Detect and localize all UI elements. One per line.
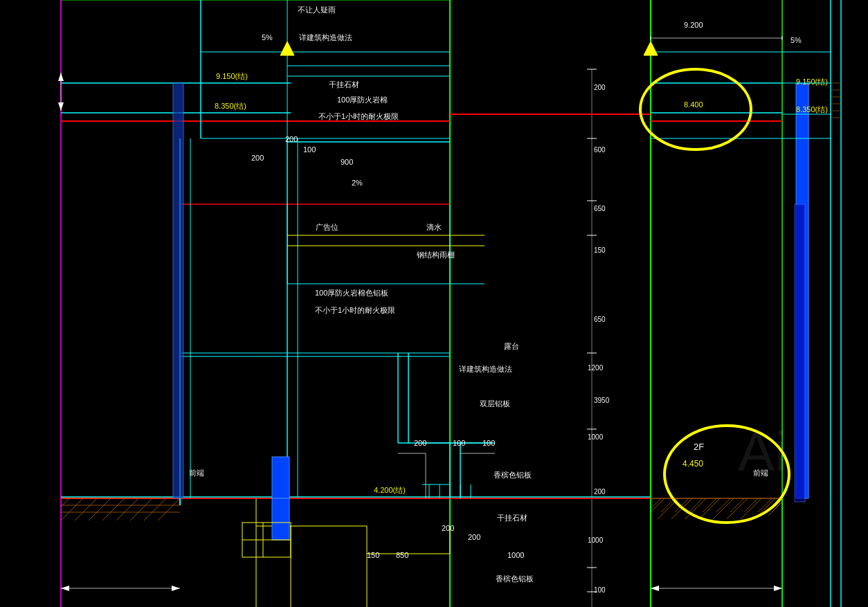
svg-text:100厚防火岩棉色铝板: 100厚防火岩棉色铝板 [315, 289, 388, 297]
svg-line-191 [730, 498, 744, 512]
svg-line-63 [699, 498, 720, 519]
svg-line-190 [716, 498, 730, 512]
svg-line-64 [713, 498, 734, 519]
svg-text:200: 200 [468, 533, 480, 541]
svg-line-55 [130, 498, 152, 520]
svg-text:900: 900 [341, 158, 353, 166]
svg-line-192 [744, 498, 758, 512]
svg-rect-75 [272, 457, 289, 498]
svg-text:5%: 5% [262, 33, 273, 42]
svg-text:200: 200 [594, 488, 606, 496]
svg-text:200: 200 [414, 439, 426, 447]
svg-text:100: 100 [453, 439, 465, 447]
svg-line-53 [102, 498, 125, 520]
svg-text:200: 200 [594, 84, 606, 91]
cad-drawing: 不让人疑雨 5% 详建筑构造做法 9.150(结) 8.350(结) 干挂石材 … [0, 0, 868, 607]
svg-text:200: 200 [251, 154, 264, 162]
svg-line-51 [75, 498, 97, 520]
svg-text:2F: 2F [694, 442, 704, 452]
svg-line-59 [651, 498, 664, 512]
svg-text:2%: 2% [352, 179, 363, 187]
svg-text:干挂石材: 干挂石材 [497, 514, 527, 522]
svg-text:200: 200 [442, 524, 454, 532]
svg-text:滴水: 滴水 [426, 223, 442, 231]
svg-text:100厚防火岩棉: 100厚防火岩棉 [337, 96, 388, 104]
svg-text:8.350(结): 8.350(结) [796, 105, 828, 114]
svg-text:1200: 1200 [588, 364, 604, 372]
svg-text:100: 100 [482, 439, 495, 447]
svg-text:3950: 3950 [594, 397, 610, 404]
svg-line-188 [689, 498, 703, 512]
svg-line-52 [89, 498, 111, 520]
svg-text:9.200: 9.200 [684, 21, 703, 29]
svg-text:150: 150 [594, 246, 606, 254]
svg-marker-44 [644, 42, 658, 55]
svg-marker-98 [774, 586, 782, 591]
svg-text:露台: 露台 [504, 342, 519, 350]
svg-line-186 [661, 498, 675, 512]
svg-text:100: 100 [594, 586, 606, 594]
svg-text:8.400: 8.400 [684, 100, 703, 109]
svg-text:1000: 1000 [507, 551, 524, 559]
svg-text:8.350(结): 8.350(结) [215, 102, 246, 110]
svg-text:9.150(结): 9.150(结) [796, 78, 828, 86]
svg-text:5%: 5% [790, 36, 802, 44]
svg-point-107 [640, 69, 751, 150]
svg-text:100: 100 [303, 145, 316, 154]
svg-text:9.150(结): 9.150(结) [216, 72, 248, 80]
svg-line-54 [116, 498, 138, 520]
svg-marker-176 [58, 73, 64, 81]
svg-rect-78 [173, 83, 183, 498]
svg-marker-45 [280, 42, 294, 55]
svg-text:双层铝板: 双层铝板 [480, 399, 510, 408]
cad-svg: 不让人疑雨 5% 详建筑构造做法 9.150(结) 8.350(结) 干挂石材 … [0, 0, 868, 607]
svg-line-189 [703, 498, 716, 512]
svg-rect-76 [272, 498, 289, 540]
svg-text:850: 850 [396, 551, 408, 559]
svg-text:不小于1小时的耐火极限: 不小于1小时的耐火极限 [315, 306, 395, 314]
svg-text:1000: 1000 [588, 536, 604, 544]
svg-marker-94 [61, 586, 69, 591]
svg-text:150: 150 [367, 551, 379, 559]
svg-text:4.450: 4.450 [682, 459, 703, 469]
svg-text:不让人疑雨: 不让人疑雨 [298, 6, 336, 14]
svg-marker-97 [651, 586, 659, 591]
svg-text:香槟色铝板: 香槟色铝板 [496, 574, 534, 583]
svg-text:广告位: 广告位 [316, 223, 338, 231]
svg-text:干挂石材: 干挂石材 [329, 80, 359, 89]
svg-text:Ai: Ai [738, 421, 787, 482]
svg-line-56 [144, 498, 166, 520]
svg-text:200: 200 [285, 135, 298, 143]
svg-text:600: 600 [594, 146, 606, 154]
svg-text:前端: 前端 [189, 469, 204, 477]
svg-text:不小于1小时的耐火极限: 不小于1小时的耐火极限 [318, 112, 399, 120]
svg-text:钢结构雨棚: 钢结构雨棚 [416, 251, 455, 259]
svg-text:650: 650 [594, 316, 606, 323]
svg-line-57 [158, 498, 180, 520]
svg-line-50 [61, 498, 83, 520]
svg-text:香槟色铝板: 香槟色铝板 [494, 471, 532, 479]
svg-text:4.200(结): 4.200(结) [374, 486, 406, 494]
svg-marker-95 [172, 586, 180, 591]
svg-text:详建筑构造做法: 详建筑构造做法 [459, 365, 512, 373]
svg-line-65 [727, 498, 748, 519]
svg-text:详建筑构造做法: 详建筑构造做法 [299, 33, 352, 42]
svg-text:1000: 1000 [588, 433, 604, 441]
svg-rect-181 [795, 204, 805, 502]
svg-text:650: 650 [594, 205, 606, 212]
svg-marker-177 [58, 102, 64, 111]
